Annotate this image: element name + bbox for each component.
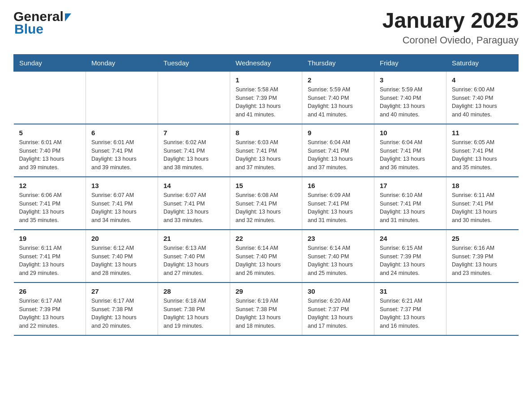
day-number: 13 bbox=[91, 182, 152, 189]
day-info: Sunrise: 6:14 AMSunset: 7:40 PMDaylight:… bbox=[236, 244, 296, 278]
calendar-cell: 17Sunrise: 6:10 AMSunset: 7:41 PMDayligh… bbox=[374, 177, 446, 230]
day-info: Sunrise: 6:12 AMSunset: 7:40 PMDaylight:… bbox=[91, 244, 152, 278]
week-row-5: 26Sunrise: 6:17 AMSunset: 7:39 PMDayligh… bbox=[14, 283, 519, 335]
calendar-cell: 13Sunrise: 6:07 AMSunset: 7:41 PMDayligh… bbox=[86, 177, 158, 230]
day-number: 18 bbox=[452, 182, 513, 189]
calendar-cell: 30Sunrise: 6:20 AMSunset: 7:37 PMDayligh… bbox=[302, 283, 374, 335]
calendar-cell: 12Sunrise: 6:06 AMSunset: 7:41 PMDayligh… bbox=[14, 177, 86, 230]
calendar-cell: 24Sunrise: 6:15 AMSunset: 7:39 PMDayligh… bbox=[374, 230, 446, 283]
day-number: 24 bbox=[380, 235, 441, 242]
day-number: 4 bbox=[452, 76, 513, 84]
calendar-cell bbox=[86, 71, 158, 124]
day-number: 2 bbox=[308, 76, 369, 84]
day-number: 30 bbox=[308, 287, 369, 295]
calendar-cell: 4Sunrise: 6:00 AMSunset: 7:40 PMDaylight… bbox=[446, 71, 519, 124]
day-info: Sunrise: 6:09 AMSunset: 7:41 PMDaylight:… bbox=[308, 191, 369, 225]
day-info: Sunrise: 5:59 AMSunset: 7:40 PMDaylight:… bbox=[380, 86, 441, 119]
day-number: 8 bbox=[236, 129, 296, 137]
day-number: 6 bbox=[91, 129, 152, 137]
day-info: Sunrise: 5:59 AMSunset: 7:40 PMDaylight:… bbox=[308, 86, 369, 119]
day-number: 27 bbox=[91, 287, 152, 295]
day-info: Sunrise: 6:17 AMSunset: 7:39 PMDaylight:… bbox=[19, 297, 81, 330]
col-monday: Monday bbox=[86, 54, 158, 71]
calendar-cell: 27Sunrise: 6:17 AMSunset: 7:38 PMDayligh… bbox=[86, 283, 158, 335]
day-info: Sunrise: 6:05 AMSunset: 7:41 PMDaylight:… bbox=[452, 138, 513, 172]
day-number: 9 bbox=[308, 129, 369, 137]
page-subtitle: Coronel Oviedo, Paraguay bbox=[382, 34, 519, 46]
calendar-cell: 15Sunrise: 6:08 AMSunset: 7:41 PMDayligh… bbox=[230, 177, 302, 230]
day-info: Sunrise: 6:11 AMSunset: 7:41 PMDaylight:… bbox=[452, 191, 513, 225]
logo-blue-label: Blue bbox=[14, 21, 43, 37]
calendar-cell: 10Sunrise: 6:04 AMSunset: 7:41 PMDayligh… bbox=[374, 124, 446, 177]
calendar-cell: 14Sunrise: 6:07 AMSunset: 7:41 PMDayligh… bbox=[158, 177, 230, 230]
day-info: Sunrise: 6:14 AMSunset: 7:40 PMDaylight:… bbox=[308, 244, 369, 278]
day-info: Sunrise: 6:11 AMSunset: 7:41 PMDaylight:… bbox=[19, 244, 81, 278]
week-row-4: 19Sunrise: 6:11 AMSunset: 7:41 PMDayligh… bbox=[14, 230, 519, 283]
day-info: Sunrise: 6:13 AMSunset: 7:40 PMDaylight:… bbox=[163, 244, 224, 278]
calendar-cell: 11Sunrise: 6:05 AMSunset: 7:41 PMDayligh… bbox=[446, 124, 519, 177]
col-tuesday: Tuesday bbox=[158, 54, 230, 71]
calendar-cell: 25Sunrise: 6:16 AMSunset: 7:39 PMDayligh… bbox=[446, 230, 519, 283]
calendar-cell: 22Sunrise: 6:14 AMSunset: 7:40 PMDayligh… bbox=[230, 230, 302, 283]
day-info: Sunrise: 6:18 AMSunset: 7:38 PMDaylight:… bbox=[163, 297, 224, 330]
day-info: Sunrise: 6:21 AMSunset: 7:37 PMDaylight:… bbox=[380, 297, 441, 330]
day-number: 11 bbox=[452, 129, 513, 137]
calendar-body: 1Sunrise: 5:58 AMSunset: 7:39 PMDaylight… bbox=[14, 71, 519, 335]
day-number: 23 bbox=[308, 235, 369, 242]
day-number: 20 bbox=[91, 235, 152, 242]
day-info: Sunrise: 5:58 AMSunset: 7:39 PMDaylight:… bbox=[236, 86, 296, 119]
day-number: 1 bbox=[236, 76, 296, 84]
calendar-cell: 18Sunrise: 6:11 AMSunset: 7:41 PMDayligh… bbox=[446, 177, 519, 230]
col-wednesday: Wednesday bbox=[230, 54, 302, 71]
day-info: Sunrise: 6:06 AMSunset: 7:41 PMDaylight:… bbox=[19, 191, 81, 225]
day-number: 29 bbox=[236, 287, 296, 295]
col-friday: Friday bbox=[374, 54, 446, 71]
page-title: January 2025 bbox=[382, 9, 519, 33]
day-info: Sunrise: 6:08 AMSunset: 7:41 PMDaylight:… bbox=[236, 191, 296, 225]
day-number: 3 bbox=[380, 76, 441, 84]
day-number: 21 bbox=[163, 235, 224, 242]
calendar-cell: 23Sunrise: 6:14 AMSunset: 7:40 PMDayligh… bbox=[302, 230, 374, 283]
day-info: Sunrise: 6:16 AMSunset: 7:39 PMDaylight:… bbox=[452, 244, 513, 278]
calendar-header: Sunday Monday Tuesday Wednesday Thursday… bbox=[14, 54, 519, 71]
days-of-week-row: Sunday Monday Tuesday Wednesday Thursday… bbox=[14, 54, 519, 71]
day-number: 22 bbox=[236, 235, 296, 242]
week-row-2: 5Sunrise: 6:01 AMSunset: 7:40 PMDaylight… bbox=[14, 124, 519, 177]
day-info: Sunrise: 6:03 AMSunset: 7:41 PMDaylight:… bbox=[236, 138, 296, 172]
calendar-cell: 1Sunrise: 5:58 AMSunset: 7:39 PMDaylight… bbox=[230, 71, 302, 124]
calendar-cell: 7Sunrise: 6:02 AMSunset: 7:41 PMDaylight… bbox=[158, 124, 230, 177]
calendar-cell: 8Sunrise: 6:03 AMSunset: 7:41 PMDaylight… bbox=[230, 124, 302, 177]
calendar-cell: 2Sunrise: 5:59 AMSunset: 7:40 PMDaylight… bbox=[302, 71, 374, 124]
calendar-cell: 31Sunrise: 6:21 AMSunset: 7:37 PMDayligh… bbox=[374, 283, 446, 335]
day-info: Sunrise: 6:04 AMSunset: 7:41 PMDaylight:… bbox=[380, 138, 441, 172]
logo: General Blue bbox=[13, 9, 71, 37]
day-number: 31 bbox=[380, 287, 441, 295]
calendar-cell: 9Sunrise: 6:04 AMSunset: 7:41 PMDaylight… bbox=[302, 124, 374, 177]
day-info: Sunrise: 6:15 AMSunset: 7:39 PMDaylight:… bbox=[380, 244, 441, 278]
logo-arrow-icon bbox=[65, 13, 71, 21]
calendar-cell bbox=[158, 71, 230, 124]
calendar-cell: 19Sunrise: 6:11 AMSunset: 7:41 PMDayligh… bbox=[14, 230, 86, 283]
day-number: 15 bbox=[236, 182, 296, 189]
calendar-cell: 28Sunrise: 6:18 AMSunset: 7:38 PMDayligh… bbox=[158, 283, 230, 335]
day-info: Sunrise: 6:10 AMSunset: 7:41 PMDaylight:… bbox=[380, 191, 441, 225]
day-number: 16 bbox=[308, 182, 369, 189]
day-number: 7 bbox=[163, 129, 224, 137]
day-info: Sunrise: 6:20 AMSunset: 7:37 PMDaylight:… bbox=[308, 297, 369, 330]
day-info: Sunrise: 6:04 AMSunset: 7:41 PMDaylight:… bbox=[308, 138, 369, 172]
col-thursday: Thursday bbox=[302, 54, 374, 71]
calendar-cell: 5Sunrise: 6:01 AMSunset: 7:40 PMDaylight… bbox=[14, 124, 86, 177]
calendar-cell: 21Sunrise: 6:13 AMSunset: 7:40 PMDayligh… bbox=[158, 230, 230, 283]
day-number: 17 bbox=[380, 182, 441, 189]
day-info: Sunrise: 6:00 AMSunset: 7:40 PMDaylight:… bbox=[452, 86, 513, 119]
day-number: 5 bbox=[19, 129, 81, 137]
day-info: Sunrise: 6:17 AMSunset: 7:38 PMDaylight:… bbox=[91, 297, 152, 330]
day-info: Sunrise: 6:02 AMSunset: 7:41 PMDaylight:… bbox=[163, 138, 224, 172]
day-info: Sunrise: 6:19 AMSunset: 7:38 PMDaylight:… bbox=[236, 297, 296, 330]
col-saturday: Saturday bbox=[446, 54, 519, 71]
calendar-cell bbox=[446, 283, 519, 335]
day-number: 28 bbox=[163, 287, 224, 295]
calendar-cell: 29Sunrise: 6:19 AMSunset: 7:38 PMDayligh… bbox=[230, 283, 302, 335]
title-block: January 2025 Coronel Oviedo, Paraguay bbox=[382, 9, 519, 46]
day-number: 14 bbox=[163, 182, 224, 189]
